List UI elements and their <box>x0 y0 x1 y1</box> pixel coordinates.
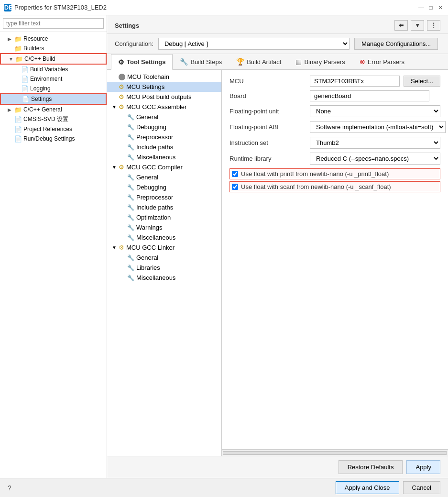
tool-item-asm-general[interactable]: 🔧 General <box>107 112 221 122</box>
sidebar-item-resource[interactable]: ▶ 📁 Resource <box>0 34 107 44</box>
tab-build-artifact[interactable]: 🏆 Build Artifact <box>229 54 288 69</box>
wrench-icon: 🔧 <box>127 134 134 141</box>
tool-item-asm-miscellaneous[interactable]: 🔧 Miscellaneous <box>107 152 221 162</box>
apply-btn[interactable]: Apply <box>406 460 440 474</box>
scanf-float-label: Use float with scanf from newlib-nano (-… <box>241 183 391 190</box>
fp-abi-select[interactable]: Software implementation (-mfloat-abi=sof… <box>310 121 446 133</box>
sidebar-item-settings[interactable]: 📄 Settings <box>0 93 107 105</box>
tool-item-mcu-toolchain[interactable]: MCU Toolchain <box>107 72 221 82</box>
minimize-btn[interactable]: — <box>417 4 425 11</box>
tool-item-mcu-settings[interactable]: ⚙ MCU Settings <box>107 82 221 92</box>
error-parsers-icon: ⊗ <box>360 58 365 66</box>
tool-item-label: MCU GCC Compiler <box>126 164 183 171</box>
board-input[interactable] <box>310 90 429 101</box>
wrench-icon: 🔧 <box>127 184 134 191</box>
tab-tool-settings[interactable]: ⚙ Tool Settings <box>111 54 173 70</box>
forward-btn[interactable]: ▾ <box>411 20 424 31</box>
expand-arrow <box>8 117 14 122</box>
sidebar-item-ccpp-build[interactable]: ▼ 📁 C/C++ Build <box>0 53 107 65</box>
expand-arrow: ▼ <box>112 245 119 250</box>
expand-arrow: ▼ <box>112 165 119 170</box>
nav-arrows: ⬅ ▾ ⋮ <box>394 20 440 31</box>
tool-item-asm-debugging[interactable]: 🔧 Debugging <box>107 122 221 132</box>
tool-item-linker-miscellaneous[interactable]: 🔧 Miscellaneous <box>107 273 221 283</box>
tab-build-steps[interactable]: 🔧 Build Steps <box>173 54 229 69</box>
sidebar-item-project-references[interactable]: 📄 Project References <box>0 124 107 134</box>
tab-label: Tool Settings <box>127 58 165 66</box>
sidebar-item-logging[interactable]: 📄 Logging <box>0 84 107 93</box>
runtime-lib-select[interactable]: Reduced C (--specs=nano.specs) <box>310 153 440 165</box>
config-select[interactable]: Debug [ Active ] <box>158 38 350 50</box>
cancel-btn[interactable]: Cancel <box>403 481 440 494</box>
tool-item-gcc-miscellaneous[interactable]: 🔧 Miscellaneous <box>107 232 221 243</box>
tool-item-gcc-debugging[interactable]: 🔧 Debugging <box>107 182 221 192</box>
maximize-btn[interactable]: □ <box>427 4 435 11</box>
folder-icon: 📁 <box>15 55 23 63</box>
window-controls[interactable]: — □ ✕ <box>417 4 444 11</box>
tool-item-gcc-general[interactable]: 🔧 General <box>107 172 221 182</box>
tool-item-label: Optimization <box>136 214 171 221</box>
tool-item-mcu-gcc-compiler[interactable]: ▼ ⚙ MCU GCC Compiler <box>107 162 221 172</box>
config-bar: Configuration: Debug [ Active ] Manage C… <box>107 34 448 54</box>
tool-item-label: Include paths <box>136 144 173 151</box>
menu-btn[interactable]: ⋮ <box>427 20 440 31</box>
sidebar-item-builders[interactable]: 📁 Builders <box>0 44 107 53</box>
apply-close-btn[interactable]: Apply and Close <box>336 481 399 494</box>
fp-unit-label: Floating-point unit <box>229 108 306 115</box>
scanf-float-checkbox[interactable] <box>232 184 238 190</box>
expand-arrow <box>112 94 119 99</box>
wrench-icon: 🔧 <box>127 224 134 231</box>
wrench-icon: 🔧 <box>127 234 134 241</box>
tool-item-label: General <box>136 254 158 261</box>
tool-item-mcu-post-build[interactable]: ⚙ MCU Post build outputs <box>107 92 221 102</box>
sidebar-item-run-debug[interactable]: 📄 Run/Debug Settings <box>0 134 107 144</box>
sidebar-item-ccpp-general[interactable]: ▶ 📁 C/C++ General <box>0 105 107 114</box>
tab-error-parsers[interactable]: ⊗ Error Parsers <box>352 54 412 69</box>
tool-item-gcc-include-paths[interactable]: 🔧 Include paths <box>107 202 221 212</box>
page-icon: 📄 <box>22 95 30 103</box>
mcu-input[interactable] <box>310 76 400 87</box>
close-btn[interactable]: ✕ <box>437 4 444 11</box>
filter-input[interactable] <box>3 18 104 29</box>
sidebar-item-cmsis-svd[interactable]: 📄 CMSIS-SVD 设置 <box>0 114 107 124</box>
sidebar-item-environment[interactable]: 📄 Environment <box>0 74 107 84</box>
sidebar: ▶ 📁 Resource 📁 Builders ▼ 📁 C/C++ Build … <box>0 15 107 478</box>
sidebar-item-label: Settings <box>31 96 52 102</box>
tool-item-gcc-optimization[interactable]: 🔧 Optimization <box>107 212 221 222</box>
fp-unit-select[interactable]: None <box>310 105 440 117</box>
folder-icon: 📁 <box>14 44 22 52</box>
manage-configurations-btn[interactable]: Manage Configurations... <box>354 38 438 50</box>
tab-binary-parsers[interactable]: ▦ Binary Parsers <box>288 54 352 69</box>
tool-item-label: Debugging <box>136 184 166 191</box>
tool-item-linker-general[interactable]: 🔧 General <box>107 253 221 263</box>
tool-item-mcu-gcc-linker[interactable]: ▼ ⚙ MCU GCC Linker <box>107 243 221 253</box>
back-btn[interactable]: ⬅ <box>394 20 408 31</box>
expand-arrow <box>112 74 119 79</box>
instruction-set-select[interactable]: Thumb2 <box>310 137 440 149</box>
tool-item-asm-preprocessor[interactable]: 🔧 Preprocessor <box>107 132 221 142</box>
tool-item-gcc-preprocessor[interactable]: 🔧 Preprocessor <box>107 192 221 202</box>
tool-item-linker-libraries[interactable]: 🔧 Libraries <box>107 263 221 273</box>
horizontal-scrollbar[interactable] <box>222 449 448 456</box>
sidebar-item-label: CMSIS-SVD 设置 <box>23 115 68 123</box>
tab-label: Build Steps <box>190 58 222 66</box>
sidebar-item-label: Resource <box>23 35 48 42</box>
bottom-bar: Restore Defaults Apply <box>107 456 448 478</box>
expand-arrow <box>120 134 127 140</box>
restore-defaults-btn[interactable]: Restore Defaults <box>339 460 403 474</box>
gear-icon: ⚙ <box>119 103 124 110</box>
binary-parsers-icon: ▦ <box>295 58 302 66</box>
tool-item-asm-include-paths[interactable]: 🔧 Include paths <box>107 142 221 152</box>
help-icon[interactable]: ? <box>8 484 11 492</box>
tab-label: Build Artifact <box>247 58 281 66</box>
tool-item-gcc-warnings[interactable]: 🔧 Warnings <box>107 222 221 232</box>
sidebar-item-build-variables[interactable]: 📄 Build Variables <box>0 65 107 74</box>
scroll-track[interactable] <box>223 451 447 455</box>
runtime-lib-label: Runtime library <box>229 155 306 162</box>
gear-icon: ⚙ <box>119 244 124 251</box>
tool-item-mcu-gcc-assembler[interactable]: ▼ ⚙ MCU GCC Assembler <box>107 102 221 112</box>
select-mcu-btn[interactable]: Select... <box>404 76 440 87</box>
expand-arrow <box>120 114 127 120</box>
printf-float-checkbox[interactable] <box>232 171 238 177</box>
page-icon: 📄 <box>14 125 22 133</box>
